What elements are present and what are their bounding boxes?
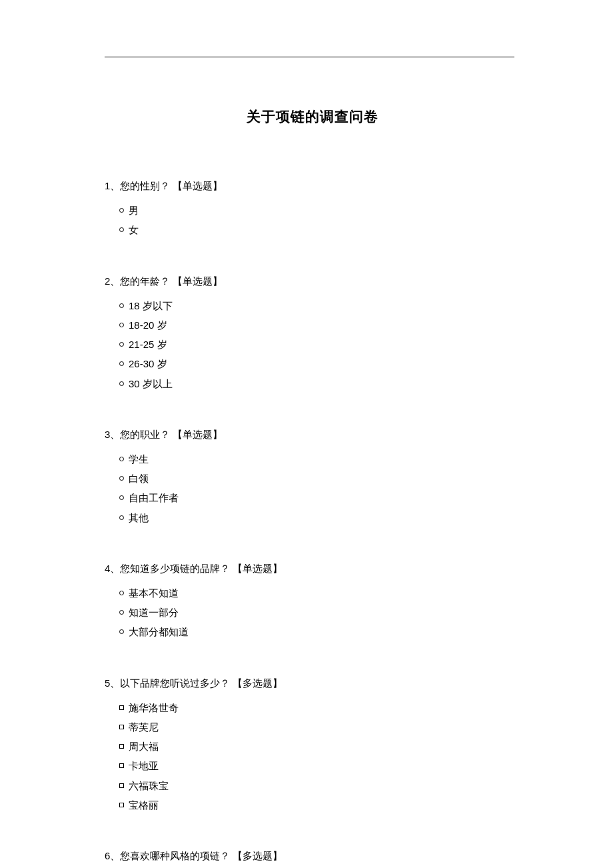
radio-icon (119, 323, 124, 327)
checkbox-icon (119, 783, 124, 788)
radio-icon (119, 457, 124, 461)
question-number: 1、 (105, 180, 120, 191)
option-item: 周大福 (119, 737, 520, 756)
header-divider (105, 57, 514, 57)
question-type: 【多选题】 (233, 677, 283, 689)
option-label: 18 岁以下 (129, 296, 173, 315)
question-text: 您的性别？ (120, 180, 170, 191)
option-label: 男 (129, 201, 139, 220)
question-block: 4、您知道多少项链的品牌？【单选题】基本不知道知道一部分大部分都知道 (105, 561, 520, 642)
checkbox-icon (119, 744, 124, 749)
radio-icon (119, 208, 124, 213)
options-list: 基本不知道知道一部分大部分都知道 (105, 583, 520, 642)
question-block: 5、以下品牌您听说过多少？【多选题】施华洛世奇蒂芙尼周大福卡地亚六福珠宝宝格丽 (105, 675, 520, 815)
option-item: 蒂芙尼 (119, 717, 520, 737)
option-label: 21-25 岁 (129, 335, 167, 354)
option-label: 自由工作者 (129, 488, 179, 507)
option-label: 施华洛世奇 (129, 698, 179, 717)
option-label: 六福珠宝 (129, 776, 169, 795)
question-block: 2、您的年龄？【单选题】18 岁以下18-20 岁21-25 岁26-30 岁3… (105, 273, 520, 393)
checkbox-icon (119, 763, 124, 768)
question-block: 6、您喜欢哪种风格的项链？【多选题】简约风 (105, 848, 520, 868)
radio-icon (119, 515, 124, 520)
option-label: 宝格丽 (129, 795, 159, 815)
question-number: 3、 (105, 429, 120, 440)
question-type: 【单选题】 (173, 275, 223, 287)
option-item: 知道一部分 (119, 603, 520, 622)
options-list: 18 岁以下18-20 岁21-25 岁26-30 岁30 岁以上 (105, 296, 520, 393)
option-label: 其他 (129, 508, 149, 527)
radio-icon (119, 381, 124, 386)
checkbox-icon (119, 725, 124, 729)
question-type: 【多选题】 (233, 850, 283, 861)
question-text: 您喜欢哪种风格的项链？ (120, 850, 230, 861)
question-text: 您的年龄？ (120, 275, 170, 287)
question-text: 您的职业？ (120, 429, 170, 440)
option-label: 大部分都知道 (129, 622, 189, 641)
radio-icon (119, 591, 124, 595)
radio-icon (119, 495, 124, 500)
option-label: 30 岁以上 (129, 374, 173, 393)
option-label: 26-30 岁 (129, 354, 167, 373)
options-list: 男女 (105, 201, 520, 240)
option-item: 26-30 岁 (119, 354, 520, 373)
question-title: 6、您喜欢哪种风格的项链？【多选题】 (105, 848, 520, 864)
option-item: 30 岁以上 (119, 374, 520, 393)
options-list: 施华洛世奇蒂芙尼周大福卡地亚六福珠宝宝格丽 (105, 698, 520, 815)
option-label: 学生 (129, 449, 149, 469)
question-text: 您知道多少项链的品牌？ (120, 563, 230, 574)
question-text: 以下品牌您听说过多少？ (120, 677, 230, 689)
document-page: 关于项链的调查问卷 1、您的性别？【单选题】男女2、您的年龄？【单选题】18 岁… (0, 0, 613, 868)
question-number: 5、 (105, 677, 120, 689)
option-item: 白领 (119, 469, 520, 488)
question-number: 4、 (105, 563, 120, 574)
option-item: 18-20 岁 (119, 315, 520, 335)
option-item: 大部分都知道 (119, 622, 520, 641)
question-title: 5、以下品牌您听说过多少？【多选题】 (105, 675, 520, 691)
option-item: 自由工作者 (119, 488, 520, 507)
option-label: 18-20 岁 (129, 315, 167, 335)
question-type: 【单选题】 (173, 429, 223, 440)
radio-icon (119, 303, 124, 308)
radio-icon (119, 361, 124, 366)
option-label: 基本不知道 (129, 583, 179, 603)
question-number: 2、 (105, 275, 120, 287)
option-item: 宝格丽 (119, 795, 520, 815)
option-item: 女 (119, 220, 520, 239)
radio-icon (119, 227, 124, 232)
radio-icon (119, 629, 124, 634)
option-item: 其他 (119, 508, 520, 527)
question-title: 2、您的年龄？【单选题】 (105, 273, 520, 289)
option-item: 学生 (119, 449, 520, 469)
survey-title: 关于项链的调查问卷 (105, 107, 520, 126)
option-item: 卡地亚 (119, 756, 520, 775)
question-title: 1、您的性别？【单选题】 (105, 178, 520, 194)
question-title: 4、您知道多少项链的品牌？【单选题】 (105, 561, 520, 577)
option-item: 18 岁以下 (119, 296, 520, 315)
question-block: 3、您的职业？【单选题】学生白领自由工作者其他 (105, 427, 520, 527)
option-item: 施华洛世奇 (119, 698, 520, 717)
radio-icon (119, 610, 124, 615)
options-list: 学生白领自由工作者其他 (105, 449, 520, 527)
question-block: 1、您的性别？【单选题】男女 (105, 178, 520, 240)
option-label: 白领 (129, 469, 149, 488)
option-item: 六福珠宝 (119, 776, 520, 795)
option-item: 男 (119, 201, 520, 220)
question-title: 3、您的职业？【单选题】 (105, 427, 520, 443)
checkbox-icon (119, 803, 124, 807)
option-label: 蒂芙尼 (129, 717, 159, 737)
question-type: 【单选题】 (233, 563, 283, 574)
option-item: 21-25 岁 (119, 335, 520, 354)
questions-container: 1、您的性别？【单选题】男女2、您的年龄？【单选题】18 岁以下18-20 岁2… (105, 178, 520, 868)
option-item: 基本不知道 (119, 583, 520, 603)
checkbox-icon (119, 705, 124, 710)
option-label: 卡地亚 (129, 756, 159, 775)
option-label: 女 (129, 220, 139, 239)
radio-icon (119, 476, 124, 481)
option-label: 知道一部分 (129, 603, 179, 622)
question-type: 【单选题】 (173, 180, 223, 191)
radio-icon (119, 342, 124, 347)
question-number: 6、 (105, 850, 120, 861)
option-label: 周大福 (129, 737, 159, 756)
